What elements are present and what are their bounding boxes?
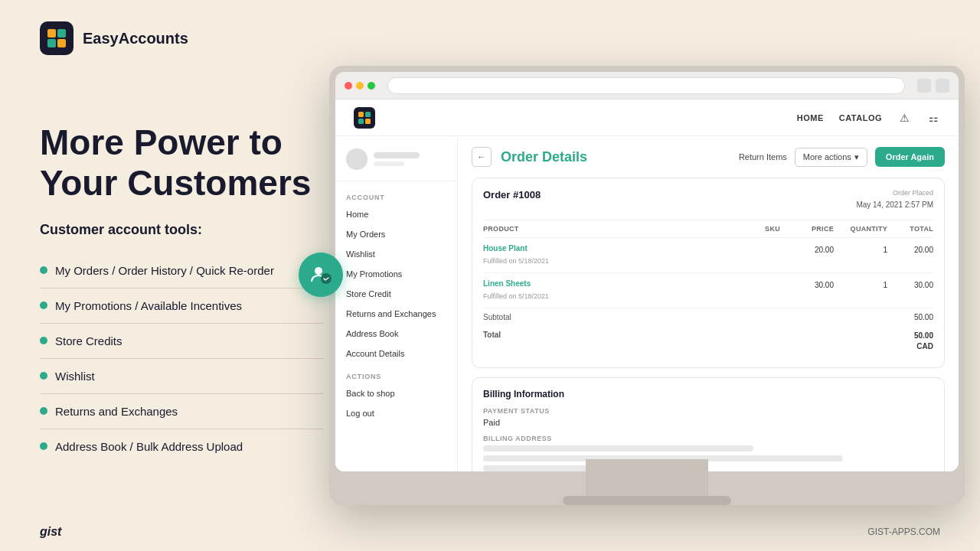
monitor-wrapper: HOME CATALOG ⚠ ⚏ [314, 0, 980, 551]
user-nav-icon[interactable]: ⚠ [897, 111, 911, 125]
sidebar-item-back-to-shop[interactable]: Back to shop [335, 383, 457, 403]
total-val-1: 20.00 [887, 244, 933, 266]
app-logo-icon [40, 21, 74, 55]
page-footer: gist GIST-APPS.COM [40, 525, 940, 539]
list-item: Returns and Exchanges [40, 394, 323, 429]
table-row: Linen Sheets Fulfilled on 5/18/2021 30.0… [483, 273, 933, 308]
sidebar-item-my-orders[interactable]: My Orders [335, 224, 457, 244]
hero-title: More Power to Your Customers [40, 122, 323, 204]
minimize-traffic-light [356, 82, 364, 90]
product-cell-1: House Plant Fulfilled on 5/18/2021 [483, 244, 719, 266]
nav-link-home[interactable]: HOME [797, 113, 824, 122]
sidebar-item-address-book[interactable]: Address Book [335, 324, 457, 344]
sidebar-section-account: ACCOUNT [335, 187, 457, 204]
svg-point-5 [321, 273, 332, 284]
svg-rect-2 [47, 39, 56, 47]
svg-point-4 [315, 267, 322, 275]
total-val-2: 30.00 [887, 279, 933, 302]
product-fulfilled-1: Fulfilled on 5/18/2021 [483, 257, 549, 265]
name-skeleton-2 [374, 161, 404, 166]
list-item: Wishlist [40, 359, 323, 394]
price-val-2: 30.00 [780, 279, 834, 302]
billing-title: Billing Information [483, 389, 933, 399]
quantity-val-2: 1 [834, 279, 887, 302]
order-again-button[interactable]: Order Again [875, 147, 945, 167]
sidebar-item-home[interactable]: Home [335, 204, 457, 224]
col-header-total: TOTAL [887, 225, 933, 233]
list-item: My Orders / Order History / Quick Re-ord… [40, 253, 323, 289]
col-header-sku: SKU [719, 225, 780, 233]
order-table-header: PRODUCT SKU PRICE QUANTITY TOTAL [483, 220, 933, 238]
monitor-stand [586, 459, 708, 505]
close-traffic-light [345, 82, 352, 90]
address-bar[interactable] [387, 77, 905, 94]
total-value: 50.00 CAD [914, 331, 933, 352]
footer-domain: GIST-APPS.COM [867, 527, 940, 537]
svg-rect-3 [57, 39, 66, 47]
sidebar-section-actions: ACTIONS [335, 364, 457, 383]
order-card-header: Order #1008 Order Placed May 14, 2021 2:… [483, 189, 933, 210]
return-items-button[interactable]: Return Items [739, 152, 787, 161]
total-row: Total 50.00 CAD [483, 326, 933, 357]
total-label: Total [483, 331, 501, 352]
svg-rect-8 [358, 119, 364, 124]
col-header-product: PRODUCT [483, 225, 719, 233]
browser-chrome [335, 72, 959, 99]
sidebar-item-store-credit[interactable]: Store Credit [335, 284, 457, 304]
feature-list: My Orders / Order History / Quick Re-ord… [40, 253, 323, 464]
sidebar-item-returns[interactable]: Returns and Exchanges [335, 304, 457, 324]
browser-action-btn [917, 79, 931, 93]
order-header-actions: Return Items More actions ▾ Order Again [739, 147, 945, 167]
sidebar-user-name [374, 152, 446, 166]
sku-val-2 [719, 279, 780, 302]
back-button[interactable]: ← [472, 147, 492, 167]
svg-rect-1 [57, 29, 66, 37]
sidebar-item-wishlist[interactable]: Wishlist [335, 244, 457, 264]
product-cell-2: Linen Sheets Fulfilled on 5/18/2021 [483, 279, 719, 302]
order-placed-info: Order Placed May 14, 2021 2:57 PM [856, 189, 933, 210]
billing-address-label: BILLING ADDRESS [483, 435, 933, 442]
brand-name: EasyAccounts [83, 30, 188, 47]
quantity-val-1: 1 [834, 244, 887, 266]
browser-action-btn [936, 79, 949, 93]
sidebar-item-account-details[interactable]: Account Details [335, 344, 457, 364]
order-placed-date: May 14, 2021 2:57 PM [856, 201, 933, 209]
subtotal-value: 50.00 [914, 313, 933, 321]
payment-status-label: PAYMENT STATUS [483, 407, 933, 415]
store-page: HOME CATALOG ⚠ ⚏ [335, 99, 959, 471]
browser-actions [917, 79, 949, 93]
svg-rect-9 [365, 119, 371, 124]
bullet-icon [40, 266, 47, 274]
sidebar-item-log-out[interactable]: Log out [335, 403, 457, 423]
monitor-screen: HOME CATALOG ⚠ ⚏ [335, 72, 959, 471]
app-header: EasyAccounts [40, 21, 188, 55]
product-fulfilled-2: Fulfilled on 5/18/2021 [483, 292, 549, 300]
svg-rect-6 [358, 112, 364, 117]
price-val-1: 20.00 [780, 244, 834, 266]
billing-card: Billing Information PAYMENT STATUS Paid … [472, 377, 945, 471]
bullet-icon [40, 407, 47, 415]
footer-logo: gist [40, 525, 61, 539]
floating-avatar-icon [299, 253, 343, 297]
svg-rect-7 [365, 112, 371, 117]
order-detail-header: ← Order Details Return Items More action… [472, 147, 945, 167]
sidebar-item-my-promotions[interactable]: My Promotions [335, 264, 457, 284]
product-name-link-2[interactable]: Linen Sheets [483, 279, 719, 288]
order-number: Order #1008 [483, 189, 541, 210]
name-skeleton-1 [374, 152, 420, 158]
order-detail-title: Order Details [501, 149, 730, 165]
cart-nav-icon[interactable]: ⚏ [926, 111, 940, 125]
more-actions-button[interactable]: More actions ▾ [795, 148, 867, 167]
sku-val-1 [719, 244, 780, 266]
monitor-body: HOME CATALOG ⚠ ⚏ [329, 66, 965, 505]
store-content: ACCOUNT Home My Orders Wishlist My Promo… [335, 136, 959, 471]
col-header-price: PRICE [780, 225, 834, 233]
subtotal-label: Subtotal [483, 313, 511, 321]
order-placed-label: Order Placed [856, 189, 933, 197]
svg-rect-0 [47, 29, 56, 37]
product-name-link-1[interactable]: House Plant [483, 244, 719, 253]
table-row: House Plant Fulfilled on 5/18/2021 20.00… [483, 238, 933, 273]
chevron-down-icon: ▾ [854, 152, 859, 162]
account-sidebar: ACCOUNT Home My Orders Wishlist My Promo… [335, 136, 458, 471]
nav-link-catalog[interactable]: CATALOG [839, 113, 882, 122]
